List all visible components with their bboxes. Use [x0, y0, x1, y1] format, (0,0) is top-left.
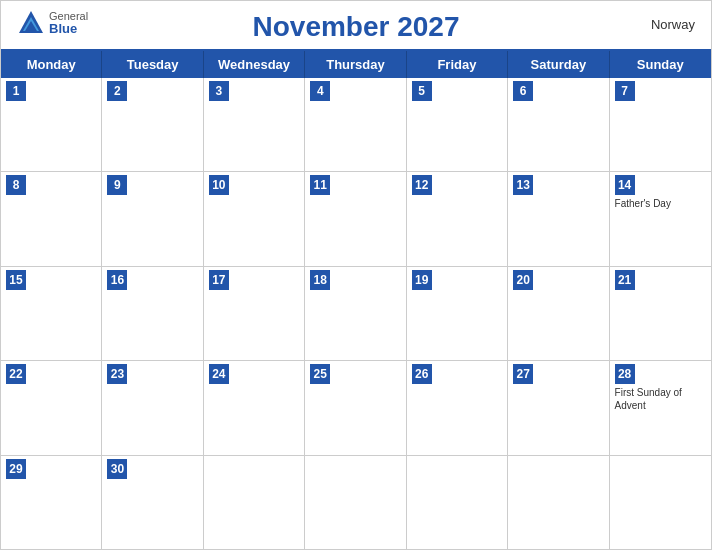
- day-cell-26: 26: [407, 361, 508, 454]
- day-cell-19: 19: [407, 267, 508, 360]
- day-cell-22: 22: [1, 361, 102, 454]
- day-cell-5: 5: [407, 78, 508, 171]
- day-cell-7: 7: [610, 78, 711, 171]
- day-cell-empty-6: [610, 456, 711, 549]
- day-cell-24: 24: [204, 361, 305, 454]
- day-number: 6: [513, 81, 533, 101]
- day-number: 13: [513, 175, 533, 195]
- day-cell-8: 8: [1, 172, 102, 265]
- day-cell-12: 12: [407, 172, 508, 265]
- day-number: 30: [107, 459, 127, 479]
- day-number: 25: [310, 364, 330, 384]
- day-cell-23: 23: [102, 361, 203, 454]
- day-cell-29: 29: [1, 456, 102, 549]
- week-row-2: 891011121314Father's Day: [1, 172, 711, 266]
- calendar-grid: MondayTuesdayWednesdayThursdayFridaySatu…: [1, 49, 711, 549]
- calendar-title: November 2027: [252, 11, 459, 43]
- day-cell-2: 2: [102, 78, 203, 171]
- week-row-1: 1234567: [1, 78, 711, 172]
- day-cell-16: 16: [102, 267, 203, 360]
- day-number: 2: [107, 81, 127, 101]
- logo-text: General Blue: [49, 10, 88, 36]
- day-header-friday: Friday: [407, 51, 508, 78]
- holiday-label: First Sunday of Advent: [615, 386, 706, 412]
- day-cell-empty-3: [305, 456, 406, 549]
- day-number: 24: [209, 364, 229, 384]
- day-number: 1: [6, 81, 26, 101]
- day-cell-9: 9: [102, 172, 203, 265]
- day-cell-25: 25: [305, 361, 406, 454]
- day-header-saturday: Saturday: [508, 51, 609, 78]
- calendar-header: General Blue November 2027 Norway: [1, 1, 711, 49]
- day-number: 4: [310, 81, 330, 101]
- day-cell-27: 27: [508, 361, 609, 454]
- day-number: 8: [6, 175, 26, 195]
- day-cell-13: 13: [508, 172, 609, 265]
- day-number: 28: [615, 364, 635, 384]
- day-number: 27: [513, 364, 533, 384]
- day-number: 12: [412, 175, 432, 195]
- calendar-container: General Blue November 2027 Norway Monday…: [0, 0, 712, 550]
- day-header-tuesday: Tuesday: [102, 51, 203, 78]
- day-cell-empty-2: [204, 456, 305, 549]
- day-cell-1: 1: [1, 78, 102, 171]
- day-cell-21: 21: [610, 267, 711, 360]
- day-number: 9: [107, 175, 127, 195]
- day-cell-11: 11: [305, 172, 406, 265]
- day-cell-17: 17: [204, 267, 305, 360]
- day-header-thursday: Thursday: [305, 51, 406, 78]
- day-cell-empty-4: [407, 456, 508, 549]
- day-cell-3: 3: [204, 78, 305, 171]
- day-number: 19: [412, 270, 432, 290]
- day-cell-20: 20: [508, 267, 609, 360]
- day-number: 7: [615, 81, 635, 101]
- day-cell-6: 6: [508, 78, 609, 171]
- week-row-4: 22232425262728First Sunday of Advent: [1, 361, 711, 455]
- day-header-wednesday: Wednesday: [204, 51, 305, 78]
- day-cell-4: 4: [305, 78, 406, 171]
- day-cell-30: 30: [102, 456, 203, 549]
- day-number: 23: [107, 364, 127, 384]
- day-cell-empty-5: [508, 456, 609, 549]
- day-header-monday: Monday: [1, 51, 102, 78]
- week-row-3: 15161718192021: [1, 267, 711, 361]
- day-number: 18: [310, 270, 330, 290]
- calendar-country: Norway: [651, 17, 695, 32]
- day-number: 26: [412, 364, 432, 384]
- weeks: 1234567891011121314Father's Day151617181…: [1, 78, 711, 549]
- day-number: 16: [107, 270, 127, 290]
- day-number: 11: [310, 175, 330, 195]
- day-number: 29: [6, 459, 26, 479]
- holiday-label: Father's Day: [615, 197, 706, 210]
- day-header-sunday: Sunday: [610, 51, 711, 78]
- days-header: MondayTuesdayWednesdayThursdayFridaySatu…: [1, 51, 711, 78]
- day-number: 5: [412, 81, 432, 101]
- logo: General Blue: [17, 9, 88, 37]
- day-cell-15: 15: [1, 267, 102, 360]
- day-number: 20: [513, 270, 533, 290]
- day-cell-10: 10: [204, 172, 305, 265]
- day-number: 15: [6, 270, 26, 290]
- day-cell-28: 28First Sunday of Advent: [610, 361, 711, 454]
- day-number: 21: [615, 270, 635, 290]
- logo-blue-text: Blue: [49, 22, 88, 36]
- logo-icon: [17, 9, 45, 37]
- day-cell-18: 18: [305, 267, 406, 360]
- day-number: 10: [209, 175, 229, 195]
- day-number: 17: [209, 270, 229, 290]
- day-number: 3: [209, 81, 229, 101]
- day-number: 22: [6, 364, 26, 384]
- day-number: 14: [615, 175, 635, 195]
- week-row-5: 2930: [1, 456, 711, 549]
- day-cell-14: 14Father's Day: [610, 172, 711, 265]
